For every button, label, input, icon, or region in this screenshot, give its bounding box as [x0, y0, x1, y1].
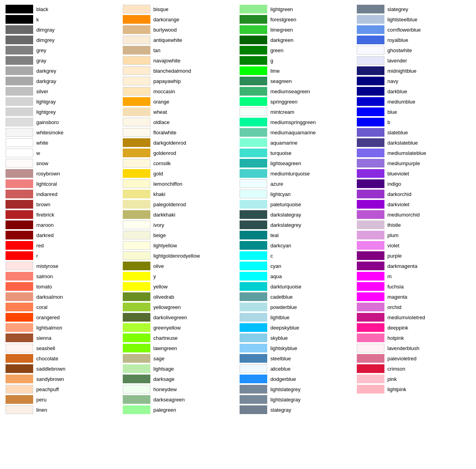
color-swatch [123, 220, 150, 229]
color-swatch [240, 97, 267, 106]
color-name-label: peru [36, 397, 47, 403]
color-swatch [123, 46, 150, 55]
color-name-label: lavender [388, 58, 407, 64]
color-name-label: b [388, 119, 390, 125]
color-swatch [6, 333, 33, 342]
color-item: magenta [355, 292, 472, 302]
color-item: lightgreen [238, 4, 355, 14]
color-name-label: blanchedalmond [154, 68, 191, 74]
color-item: black [4, 4, 121, 14]
color-swatch [123, 344, 150, 352]
color-item: lightslategray [238, 394, 355, 405]
color-name-label: g [270, 58, 273, 64]
color-name-label: khaki [154, 191, 165, 197]
color-name-label: deeppink [388, 325, 409, 331]
color-name-label: olivedrab [154, 294, 174, 300]
color-item: lightsalmon [4, 322, 121, 333]
color-name-label: green [270, 47, 283, 53]
color-name-label: silver [36, 89, 48, 94]
color-name-label: maroon [36, 222, 54, 228]
color-item: bisque [121, 4, 238, 14]
color-swatch [240, 210, 267, 219]
color-swatch [357, 231, 384, 239]
color-name-label: orange [154, 99, 169, 105]
color-swatch [357, 5, 384, 13]
color-name-label: firebrick [36, 212, 54, 218]
color-name-label: darkorange [154, 17, 180, 23]
color-item: beige [121, 230, 238, 240]
color-item: w [4, 148, 121, 158]
color-item: ghostwhite [355, 45, 472, 55]
color-item: b [355, 117, 472, 127]
color-swatch [357, 159, 384, 168]
color-name-label: yellowgreen [154, 304, 181, 310]
color-item: linen [4, 405, 121, 415]
color-name-label: slateblue [388, 130, 408, 136]
color-swatch [6, 364, 33, 373]
color-item: steelblue [238, 353, 355, 364]
color-item: darkolivegreen [121, 312, 238, 322]
color-item: lightgoldenrodyellow [121, 251, 238, 261]
color-item: goldenrod [121, 148, 238, 158]
color-name-label: darkgreen [270, 37, 294, 43]
color-name-label: r [36, 253, 38, 259]
color-name-label: palegreen [154, 407, 176, 413]
color-item: darkturquoise [238, 281, 355, 292]
color-name-label: mediumseagreen [270, 89, 310, 94]
color-name-label: lemonchiffon [154, 181, 182, 187]
color-swatch [6, 210, 33, 219]
color-name-label: darkturquoise [270, 284, 302, 290]
color-item: dimgray [4, 24, 121, 35]
color-name-label: royalblue [388, 37, 409, 43]
color-item: silver [4, 86, 121, 96]
color-item: lightcyan [238, 189, 355, 199]
color-name-label: skyblue [270, 335, 288, 341]
color-item: mintcream [238, 107, 355, 117]
color-swatch [240, 220, 267, 229]
color-item: ivory [121, 220, 238, 230]
color-item: midnightblue [355, 66, 472, 76]
color-name-label: beige [154, 232, 166, 238]
color-swatch [240, 313, 267, 322]
color-name-label: k [36, 17, 39, 23]
color-item: cornsilk [121, 158, 238, 168]
color-name-label: white [36, 140, 48, 146]
color-swatch [240, 159, 267, 168]
color-swatch [357, 138, 384, 147]
color-name-label: snow [36, 160, 48, 166]
color-swatch [123, 159, 150, 168]
color-swatch [123, 179, 150, 188]
color-name-label: papayawhip [154, 78, 181, 84]
color-name-label: seashell [36, 345, 55, 351]
color-item: dodgerblue [238, 374, 355, 384]
color-item: palegreen [121, 405, 238, 415]
color-name-label: lightslategray [270, 397, 301, 403]
color-swatch [357, 179, 384, 188]
color-item: cyan [238, 261, 355, 271]
color-name-label: darkcyan [270, 243, 291, 249]
color-swatch [240, 5, 267, 13]
color-name-label: greenyellow [154, 325, 181, 331]
color-item: tan [121, 45, 238, 55]
color-swatch [240, 56, 267, 65]
color-name-label: coral [36, 304, 47, 310]
color-swatch [123, 25, 150, 34]
color-name-label: hotpink [388, 335, 404, 341]
color-name-label: y [154, 273, 156, 279]
color-name-label: m [388, 273, 392, 279]
color-name-label: lightyellow [154, 243, 177, 249]
color-name-label: darkred [36, 232, 54, 238]
color-swatch [357, 190, 384, 198]
color-item: olivedrab [121, 292, 238, 302]
color-swatch [6, 107, 33, 116]
color-swatch [6, 118, 33, 126]
color-item: firebrick [4, 209, 121, 220]
color-name-label: forestgreen [270, 17, 296, 23]
color-item: skyblue [238, 333, 355, 343]
color-name-label: chocolate [36, 356, 58, 362]
color-swatch [240, 395, 267, 404]
color-name-label: lightsteelblue [388, 17, 418, 23]
color-name-label: pink [388, 376, 397, 382]
color-name-label: sienna [36, 335, 51, 341]
color-swatch [123, 375, 150, 383]
